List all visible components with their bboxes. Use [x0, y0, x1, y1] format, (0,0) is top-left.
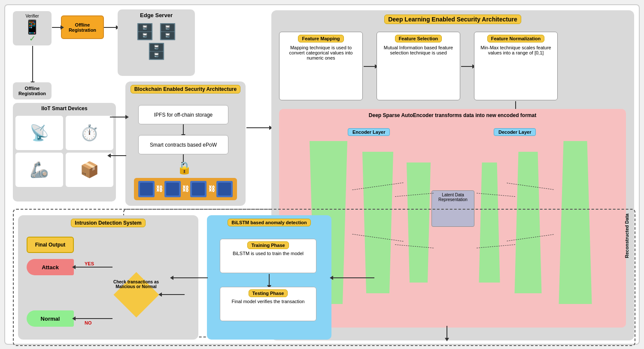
server-icon-2: 🗄️	[158, 23, 177, 41]
arrow-offline-edge	[104, 27, 117, 28]
iiot-device-3: 🦾	[15, 153, 63, 187]
offline-reg-top-label: Offline Registration	[62, 22, 103, 33]
ids-title: Intrusion Detection System	[71, 219, 145, 227]
dl-title: Deep Learning Enabled Security Architect…	[384, 15, 521, 24]
chain-link-2: ⛓	[182, 185, 189, 193]
arrow-check-normal	[75, 318, 112, 319]
offline-reg-top: Offline Registration	[61, 15, 104, 39]
smart-label: Smart contracts based ePoW	[150, 142, 217, 148]
arrow-bilstm-check	[161, 294, 185, 295]
blockchain-title: Blockchain Enabled Security Architecture	[131, 85, 240, 93]
chain-block-1	[138, 181, 155, 197]
ipfs-label: IPFS for off-chain storage	[154, 112, 213, 118]
normal-label: Normal	[41, 316, 60, 322]
latent-label: Latent Data Representation	[438, 193, 468, 202]
decoder-label: Decoder Layer	[494, 128, 536, 136]
feature-selection-title: Feature Selection	[395, 35, 442, 42]
yes-label: YES	[85, 261, 94, 266]
verifier-check-icon: ✓	[15, 34, 49, 43]
chain-block-3	[190, 181, 207, 197]
bilstm-title: BiLSTM based anomaly detection	[228, 219, 310, 226]
verifier-icon: 📱	[15, 20, 49, 34]
edge-server-box: Edge Server 🗄️ 🗄️ 🗄️	[118, 9, 195, 76]
arrow-check-attack	[75, 267, 112, 268]
iiot-label: IIoT Smart Devices	[13, 103, 116, 113]
arrow-blockchain-dl	[246, 127, 270, 128]
chain-area: ⛓ ⛓ ⛓	[134, 178, 237, 200]
normal-button: Normal	[27, 310, 74, 327]
attack-button: Attack	[27, 259, 74, 275]
final-output-box: Final Output	[27, 237, 74, 253]
feature-mapping-box: Feature Mapping Mapping technique is use…	[279, 32, 363, 100]
offline-reg-left: Offline Registration	[13, 82, 52, 99]
arrow-fm-fs	[364, 66, 376, 67]
no-label: NO	[85, 320, 92, 325]
chain-link-1: ⛓	[156, 185, 163, 193]
arrow-chain-back	[110, 155, 126, 156]
smart-box: Smart contracts based ePoW	[138, 135, 228, 154]
bilstm-box: BiLSTM based anomaly detection Training …	[207, 215, 331, 340]
arrow-verifier-iiot	[32, 46, 33, 82]
chain-block-2	[164, 181, 181, 197]
diamond-shape	[113, 272, 159, 317]
arrow-dl-testing	[332, 277, 374, 278]
testing-phase-desc: Final model verifies the transaction	[224, 299, 313, 304]
diamond-text: Check transactions as Malicious or Norma…	[112, 280, 160, 289]
edge-server-label: Edge Server	[118, 12, 195, 18]
ipfs-box: IPFS for off-chain storage	[138, 105, 228, 124]
feature-selection-box: Feature Selection Mutual Information bas…	[377, 32, 460, 100]
iiot-box: IIoT Smart Devices 📡 ⏱️ 🦾 📦	[13, 103, 116, 202]
arrow-fs-fn	[461, 66, 473, 67]
attack-label: Attack	[42, 264, 59, 271]
feature-mapping-desc: Mapping technique is used to convert cat…	[282, 45, 360, 60]
feature-normalization-title: Feature Normalization	[487, 35, 545, 42]
feature-normalization-box: Feature Normalization Min-Max technique …	[474, 32, 558, 100]
feature-selection-desc: Mutual Information based feature selecti…	[380, 45, 457, 55]
chain-block-4	[216, 181, 233, 197]
final-output-label: Final Output	[35, 242, 66, 248]
training-phase-desc: BiLSTM is used to train the model	[224, 251, 313, 256]
arrow-ae-bottom	[447, 326, 447, 339]
feature-normalization-desc: Min-Max technique scales feature values …	[477, 45, 555, 55]
iiot-device-2: ⏱️	[66, 116, 113, 150]
testing-phase-title: Testing Phase	[249, 289, 288, 297]
chain-link-3: ⛓	[208, 185, 215, 193]
main-container: Verifier 📱 ✓ Offline Registration Edge S…	[4, 4, 640, 345]
verifier-box: Verifier 📱 ✓	[13, 11, 52, 45]
diamond-container: Check transactions as Malicious or Norma…	[112, 271, 160, 318]
feature-mapping-title: Feature Mapping	[298, 35, 343, 42]
server-icon-3: 🗄️	[147, 42, 166, 60]
testing-phase-box: Testing Phase Final model verifies the t…	[220, 287, 316, 321]
server-icon-1: 🗄️	[135, 23, 155, 41]
encoder-label: Encoder Layer	[348, 128, 390, 136]
iiot-device-1: 📡	[15, 116, 63, 150]
arrow-testing-check	[173, 277, 208, 278]
iiot-device-4: 📦	[66, 153, 113, 187]
arrow-training-testing	[269, 274, 270, 286]
blockchain-area: Blockchain Enabled Security Architecture…	[125, 81, 246, 206]
offline-reg-left-label: Offline Registration	[15, 86, 49, 96]
ae-title: Deep Sparse AutoEncoder transforms data …	[279, 109, 626, 121]
lock-icon: 🔒	[177, 161, 192, 175]
arrow-edge-blockchain	[110, 117, 126, 117]
arrow-ipfs-smart	[183, 124, 184, 135]
verifier-label: Verifier	[15, 14, 49, 18]
training-phase-title: Training Phase	[247, 241, 289, 249]
arrow-verifier-offline	[52, 27, 61, 28]
training-phase-box: Training Phase BiLSTM is used to train t…	[220, 239, 316, 273]
